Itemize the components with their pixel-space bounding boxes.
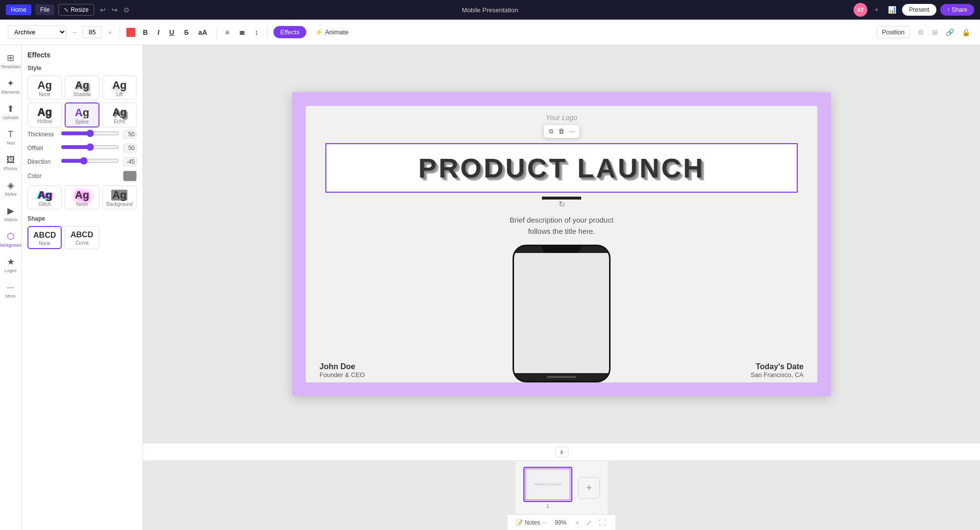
direction-value: -45 bbox=[123, 157, 137, 166]
thickness-slider[interactable] bbox=[61, 129, 119, 137]
effects-button[interactable]: Effects bbox=[273, 26, 307, 38]
shape-curve[interactable]: ABCD Curve bbox=[65, 226, 99, 249]
zoom-out-button[interactable]: − bbox=[540, 517, 548, 529]
animate-button[interactable]: ⚡ Animate bbox=[310, 26, 353, 38]
more-icon: ··· bbox=[7, 282, 14, 293]
italic-button[interactable]: I bbox=[155, 26, 163, 38]
spacing-button[interactable]: ↕ bbox=[252, 26, 261, 38]
slide-thumb-wrapper: PRODUCT LAUNCH 1 bbox=[523, 467, 572, 509]
style-echo-preview: Ag bbox=[112, 107, 126, 118]
sidebar-item-videos[interactable]: ▶ Videos bbox=[1, 202, 20, 226]
fullscreen-button[interactable]: ⛶ bbox=[597, 517, 608, 529]
style-glitch[interactable]: Ag Glitch bbox=[27, 185, 62, 209]
align-button[interactable]: ≡ bbox=[222, 26, 232, 38]
style-shadow[interactable]: Ag Shadow bbox=[65, 76, 99, 100]
phone-screen bbox=[514, 253, 609, 373]
direction-label: Direction bbox=[27, 158, 57, 165]
styles-icon: ◈ bbox=[7, 180, 14, 191]
offset-slider[interactable] bbox=[61, 143, 119, 151]
underline-button[interactable]: U bbox=[166, 26, 177, 38]
sidebar-item-background[interactable]: ⬡ Background bbox=[1, 227, 20, 251]
direction-slider[interactable] bbox=[61, 157, 119, 165]
sidebar-item-text[interactable]: T Text bbox=[1, 126, 20, 149]
separator-1 bbox=[120, 26, 120, 38]
offset-value: 50 bbox=[123, 144, 137, 152]
style-background[interactable]: Ag Background bbox=[102, 185, 137, 209]
notes-icon: 📝 bbox=[515, 519, 523, 526]
style-grid: Ag None Ag Shadow Ag Lift Ag Hollow Ag S… bbox=[27, 76, 137, 127]
lock-button[interactable]: 🔒 bbox=[960, 26, 972, 38]
undo-button[interactable]: ↩ bbox=[98, 4, 108, 16]
analytics-button[interactable]: 📊 bbox=[886, 4, 898, 16]
link-button[interactable]: 🔗 bbox=[944, 26, 956, 38]
presenter-role: Founder & CEO bbox=[319, 371, 365, 379]
file-button[interactable]: File bbox=[35, 4, 54, 15]
style-none-label: None bbox=[39, 92, 50, 97]
location-text: San Francisco, CA bbox=[751, 371, 804, 379]
redo-button[interactable]: ↪ bbox=[110, 4, 120, 16]
style-hollow[interactable]: Ag Hollow bbox=[27, 102, 62, 127]
style-splice[interactable]: Ag Splice bbox=[65, 102, 99, 127]
decrease-font-button[interactable]: − bbox=[71, 26, 78, 38]
style-lift[interactable]: Ag Lift bbox=[102, 76, 137, 100]
resize-icon: ⤡ bbox=[64, 6, 69, 13]
home-button[interactable]: Home bbox=[6, 4, 31, 15]
style-neon[interactable]: Ag Neon bbox=[65, 185, 99, 209]
logo-more-button[interactable]: ··· bbox=[567, 126, 577, 136]
font-size-input[interactable] bbox=[82, 26, 102, 38]
sidebar-item-uploads[interactable]: ⬆ Uploads bbox=[1, 100, 20, 124]
zoom-input[interactable] bbox=[551, 519, 570, 526]
thickness-slider-track bbox=[61, 129, 119, 139]
sidebar-item-more[interactable]: ··· More bbox=[1, 278, 20, 302]
filter-button[interactable]: ⚙ bbox=[916, 26, 926, 38]
present-button[interactable]: Present bbox=[902, 4, 936, 16]
slide-container[interactable]: Your Logo ⧉ 🗑 ··· PRODUCT LAUNCH bbox=[292, 92, 831, 396]
shape-grid: ABCD None ABCD Curve bbox=[27, 226, 137, 249]
sidebar-item-elements[interactable]: ✦ Elements bbox=[1, 75, 20, 98]
add-user-button[interactable]: ＋ bbox=[871, 3, 882, 16]
font-color-swatch[interactable] bbox=[126, 27, 136, 37]
sidebar-item-logos[interactable]: ★ Logos bbox=[1, 253, 20, 277]
description-line1: Brief description of your product bbox=[510, 215, 613, 226]
logo-delete-button[interactable]: 🗑 bbox=[556, 126, 566, 136]
style-background-label: Background bbox=[106, 202, 132, 207]
color-style-grid: Ag Glitch Ag Neon Ag Background bbox=[27, 185, 137, 209]
fit-screen-button[interactable]: ⤢ bbox=[584, 517, 594, 529]
expand-panel-button[interactable]: ∧ bbox=[555, 447, 568, 457]
strikethrough-button[interactable]: S bbox=[181, 26, 192, 38]
shape-none[interactable]: ABCD None bbox=[27, 226, 62, 249]
rotate-handle[interactable]: ↻ bbox=[557, 200, 566, 209]
resize-button[interactable]: ⤡ Resize bbox=[58, 4, 94, 16]
description-text: Brief description of your product follow… bbox=[510, 215, 613, 237]
layout-button[interactable]: ⊞ bbox=[930, 26, 940, 38]
increase-font-button[interactable]: + bbox=[106, 26, 114, 38]
history-button[interactable]: ⊙ bbox=[122, 4, 131, 16]
title-box[interactable]: PRODUCT LAUNCH bbox=[325, 143, 798, 193]
style-section-title: Style bbox=[27, 65, 137, 72]
slide-thumb-inner: PRODUCT LAUNCH bbox=[526, 470, 569, 499]
style-splice-preview: Ag bbox=[75, 107, 89, 118]
share-button[interactable]: ↑ Share bbox=[940, 4, 974, 16]
slide-bottom: John Doe Founder & CEO Today's Date San … bbox=[319, 362, 804, 379]
logo-toolbar-box: ⧉ 🗑 ··· bbox=[543, 125, 580, 138]
color-swatch[interactable] bbox=[123, 171, 137, 181]
share-icon: ↑ bbox=[947, 6, 950, 13]
sidebar-item-templates[interactable]: ⊞ Templates bbox=[1, 49, 20, 73]
slide-thumb-1[interactable]: PRODUCT LAUNCH bbox=[523, 467, 572, 502]
position-button[interactable]: Position bbox=[877, 26, 910, 38]
list-button[interactable]: ≣ bbox=[236, 26, 248, 38]
style-none[interactable]: Ag None bbox=[27, 76, 62, 100]
logo-copy-button[interactable]: ⧉ bbox=[547, 126, 555, 136]
case-button[interactable]: aA bbox=[196, 26, 210, 38]
zoom-control: − + ⤢ ⛶ bbox=[540, 517, 608, 529]
separator-2 bbox=[216, 26, 217, 38]
add-slide-button[interactable]: + bbox=[578, 477, 600, 499]
zoom-in-button[interactable]: + bbox=[573, 517, 581, 529]
sidebar-item-styles[interactable]: ◈ Styles bbox=[1, 177, 20, 200]
style-echo[interactable]: Ag Echo bbox=[102, 102, 137, 127]
notes-button[interactable]: 📝 Notes bbox=[515, 519, 540, 526]
font-family-select[interactable]: Archive bbox=[8, 25, 67, 39]
style-lift-label: Lift bbox=[116, 92, 122, 97]
bold-button[interactable]: B bbox=[140, 26, 150, 38]
sidebar-item-photos[interactable]: 🖼 Photos bbox=[1, 151, 20, 175]
